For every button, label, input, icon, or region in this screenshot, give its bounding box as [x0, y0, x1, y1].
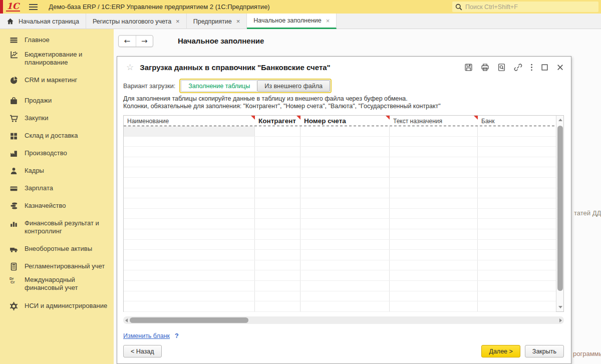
- scroll-right-icon[interactable]: [559, 318, 562, 322]
- variant-button-active[interactable]: Заполнение таблицы: [181, 80, 257, 92]
- global-search-input[interactable]: Поиск Ctrl+Shift+F: [452, 2, 598, 12]
- table-cell[interactable]: [255, 250, 300, 260]
- table-cell[interactable]: [255, 240, 300, 250]
- back-button[interactable]: < Назад: [123, 345, 162, 357]
- hamburger-icon[interactable]: [29, 4, 38, 10]
- table-row[interactable]: [124, 157, 556, 168]
- column-header[interactable]: Текст назначения: [390, 116, 478, 126]
- table-cell[interactable]: [478, 281, 556, 291]
- vertical-scroll-thumb[interactable]: [557, 126, 563, 291]
- table-cell[interactable]: [390, 157, 478, 167]
- table-cell[interactable]: [478, 157, 556, 167]
- column-header[interactable]: Наименование: [124, 116, 255, 126]
- table-cell[interactable]: [478, 291, 556, 301]
- column-header[interactable]: Номер счета: [300, 116, 390, 126]
- scroll-up-icon[interactable]: [558, 119, 562, 121]
- table-cell[interactable]: [124, 209, 255, 219]
- table-cell[interactable]: [390, 260, 478, 270]
- table-cell[interactable]: [300, 219, 390, 229]
- table-cell[interactable]: [255, 291, 300, 301]
- table-cell[interactable]: [300, 209, 390, 219]
- save-icon[interactable]: [464, 63, 473, 72]
- table-cell[interactable]: [390, 147, 478, 157]
- table-cell[interactable]: [124, 250, 255, 260]
- table-row[interactable]: [124, 209, 556, 219]
- sidebar-item[interactable]: Внеоборотные активы: [0, 245, 114, 254]
- close-button[interactable]: Закрыть: [525, 345, 564, 357]
- table-cell[interactable]: [300, 167, 390, 177]
- table-cell[interactable]: [300, 260, 390, 270]
- table-cell[interactable]: [478, 188, 556, 198]
- table-cell[interactable]: [478, 219, 556, 229]
- table-cell[interactable]: [124, 147, 255, 157]
- table-cell[interactable]: [300, 270, 390, 280]
- table-cell[interactable]: [300, 281, 390, 291]
- table-cell[interactable]: [478, 270, 556, 280]
- sidebar-item[interactable]: Продажи: [0, 97, 114, 106]
- table-cell[interactable]: [255, 219, 300, 229]
- table-cell[interactable]: [255, 229, 300, 239]
- table-row[interactable]: [124, 229, 556, 240]
- back-arrow-button[interactable]: ←: [119, 36, 136, 47]
- sidebar-item[interactable]: Кадры: [0, 167, 114, 176]
- table-cell[interactable]: [390, 229, 478, 239]
- table-cell[interactable]: [124, 260, 255, 270]
- table-row[interactable]: [124, 301, 556, 312]
- sidebar-item[interactable]: Производство: [0, 149, 114, 158]
- table-cell[interactable]: [124, 219, 255, 229]
- table-cell[interactable]: [478, 301, 556, 311]
- tab-close-icon[interactable]: ×: [236, 18, 240, 25]
- column-header[interactable]: Контрагент: [255, 116, 300, 126]
- table-cell[interactable]: [300, 229, 390, 239]
- table-cell[interactable]: [255, 301, 300, 311]
- table-cell[interactable]: [255, 188, 300, 198]
- sidebar-item[interactable]: Зарплата: [0, 184, 114, 193]
- tab-начальное-заполнение[interactable]: Начальное заполнение×: [247, 14, 337, 29]
- table-cell[interactable]: [478, 250, 556, 260]
- table-cell[interactable]: [124, 157, 255, 167]
- table-cell[interactable]: [478, 126, 556, 136]
- link-icon[interactable]: [514, 63, 522, 72]
- sidebar-item[interactable]: CRM и маркетинг: [0, 76, 114, 85]
- table-cell[interactable]: [255, 270, 300, 280]
- table-cell[interactable]: [390, 301, 478, 311]
- table-row[interactable]: [124, 147, 556, 157]
- table-cell[interactable]: [124, 281, 255, 291]
- table-cell[interactable]: [255, 157, 300, 167]
- table-cell[interactable]: [255, 281, 300, 291]
- variant-button-inactive[interactable]: Из внешнего файла: [257, 80, 330, 92]
- table-row[interactable]: [124, 167, 556, 178]
- table-cell[interactable]: [478, 260, 556, 270]
- table-cell[interactable]: [300, 240, 390, 250]
- table-cell[interactable]: [390, 270, 478, 280]
- tab-начальная-страница[interactable]: Начальная страница: [0, 14, 86, 29]
- table-cell[interactable]: [390, 219, 478, 229]
- table-cell[interactable]: [300, 250, 390, 260]
- table-cell[interactable]: [478, 229, 556, 239]
- close-icon[interactable]: [556, 64, 564, 71]
- table-cell[interactable]: [255, 209, 300, 219]
- table-cell[interactable]: [255, 137, 300, 147]
- table-cell[interactable]: [255, 178, 300, 188]
- table-cell[interactable]: [124, 240, 255, 250]
- table-cell[interactable]: [300, 147, 390, 157]
- table-cell[interactable]: [124, 137, 255, 147]
- table-cell[interactable]: [124, 167, 255, 177]
- table-cell[interactable]: [478, 137, 556, 147]
- table-cell[interactable]: [390, 137, 478, 147]
- maximize-icon[interactable]: [541, 64, 548, 71]
- table-cell[interactable]: [300, 157, 390, 167]
- table-cell[interactable]: [255, 198, 300, 208]
- table-row[interactable]: [124, 178, 556, 188]
- table-row[interactable]: [124, 188, 556, 199]
- tab-close-icon[interactable]: ×: [326, 18, 330, 24]
- table-cell[interactable]: [390, 291, 478, 301]
- horizontal-scroll-thumb[interactable]: [130, 317, 248, 323]
- sidebar-item[interactable]: Dr CrМеждународный финансовый учет: [0, 276, 114, 291]
- table-cell[interactable]: [478, 240, 556, 250]
- table-cell[interactable]: [478, 147, 556, 157]
- table-cell[interactable]: [390, 240, 478, 250]
- table-cell[interactable]: [124, 301, 255, 311]
- sidebar-item[interactable]: Бюджетирование и планирование: [0, 51, 114, 66]
- table-cell[interactable]: [255, 147, 300, 157]
